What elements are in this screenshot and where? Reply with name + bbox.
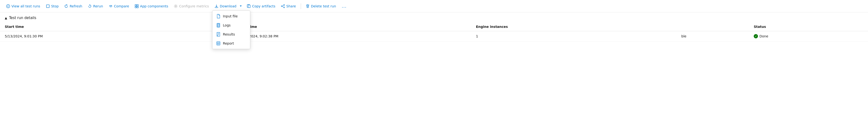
rerun-icon [88, 4, 92, 8]
dropdown-results-label: Results [223, 32, 235, 36]
download-chevron-button[interactable] [238, 4, 244, 8]
svg-point-19 [284, 4, 285, 5]
app-components-label: App components [140, 4, 168, 8]
cell-virtual-users: ble [677, 31, 749, 41]
share-label: Share [286, 4, 296, 8]
report-icon [216, 41, 220, 45]
col-status: Status [749, 22, 868, 31]
compare-button[interactable]: Compare [106, 3, 132, 9]
share-button[interactable]: Share [279, 3, 298, 9]
cell-end-time: 5/13/2024, 9:02:38 PM [236, 31, 471, 41]
dropdown-logs-label: Logs [223, 23, 230, 27]
dropdown-item-logs[interactable]: Logs [212, 21, 250, 30]
test-run-table: Start time End time Engine instances Sta… [0, 22, 868, 41]
svg-rect-2 [135, 4, 136, 6]
delete-icon [306, 4, 310, 8]
download-icon [215, 4, 218, 8]
svg-rect-18 [248, 5, 250, 8]
more-button[interactable]: ... [339, 2, 349, 10]
dropdown-input-file-label: Input file [223, 14, 238, 18]
stop-icon [46, 4, 50, 8]
dropdown-item-report[interactable]: Report [212, 39, 250, 48]
dropdown-item-results[interactable]: Results [212, 30, 250, 39]
section-collapse-icon[interactable]: ▲ [5, 16, 7, 20]
download-label: Download [220, 4, 237, 8]
col-engine-instances: Engine instances [471, 22, 677, 31]
chevron-down-icon [240, 5, 242, 7]
back-icon [6, 4, 10, 8]
download-button[interactable]: Download [212, 3, 238, 9]
view-all-button[interactable]: View all test runs [4, 3, 43, 9]
stop-label: Stop [51, 4, 59, 8]
copy-artifacts-label: Copy artifacts [252, 4, 276, 8]
svg-point-21 [284, 7, 285, 8]
cell-start-time: 5/13/2024, 9:01:30 PM [0, 31, 236, 41]
compare-label: Compare [114, 4, 129, 8]
results-icon [216, 32, 220, 36]
dropdown-item-input-file[interactable]: Input file [212, 12, 250, 21]
done-check-icon: ✓ [754, 34, 758, 38]
download-dropdown-menu: Input file Logs [212, 10, 250, 49]
refresh-label: Refresh [69, 4, 82, 8]
app-components-button[interactable]: App components [132, 3, 170, 9]
refresh-button[interactable]: Refresh [62, 3, 85, 9]
rerun-button[interactable]: Rerun [86, 3, 105, 9]
svg-rect-5 [137, 6, 138, 8]
configure-metrics-label: Configure metrics [179, 4, 209, 8]
svg-point-0 [6, 4, 10, 8]
svg-rect-12 [217, 35, 218, 36]
table-row: 5/13/2024, 9:01:30 PM 5/13/2024, 9:02:38… [0, 31, 868, 41]
delete-button[interactable]: Delete test run [303, 3, 338, 9]
svg-rect-13 [217, 42, 220, 45]
svg-point-20 [281, 6, 282, 7]
logs-icon [216, 23, 220, 27]
view-all-label: View all test runs [11, 4, 40, 8]
status-done: ✓ Done [754, 34, 863, 38]
svg-rect-4 [135, 6, 136, 8]
cell-status: ✓ Done [749, 31, 868, 41]
refresh-icon [64, 4, 68, 8]
file-icon [216, 14, 220, 18]
download-group: Download Input file [212, 3, 244, 9]
status-text: Done [760, 34, 768, 38]
svg-rect-3 [137, 4, 138, 6]
col-start-time: Start time [0, 22, 236, 31]
svg-rect-1 [46, 5, 49, 8]
svg-line-22 [282, 5, 284, 6]
cell-engine-instances: 1 [471, 31, 677, 41]
col-virtual-users [677, 22, 749, 31]
more-label: ... [342, 4, 346, 8]
rerun-label: Rerun [93, 4, 103, 8]
section-title: Test run details [9, 16, 36, 20]
compare-icon [109, 4, 113, 8]
share-icon [281, 4, 285, 8]
dropdown-report-label: Report [223, 41, 234, 45]
toolbar: View all test runs Stop Refresh Rerun [0, 0, 868, 12]
delete-label: Delete test run [311, 4, 336, 8]
configure-metrics-icon [174, 4, 178, 8]
section-header: ▲ Test run details [0, 12, 868, 22]
stop-button[interactable]: Stop [43, 3, 61, 9]
copy-artifacts-button[interactable]: Copy artifacts [245, 3, 278, 9]
svg-line-23 [282, 6, 284, 7]
col-end-time: End time [236, 22, 471, 31]
copy-artifacts-icon [247, 4, 251, 8]
app-components-icon [135, 4, 138, 8]
svg-point-6 [175, 5, 177, 7]
configure-metrics-button[interactable]: Configure metrics [172, 3, 211, 9]
